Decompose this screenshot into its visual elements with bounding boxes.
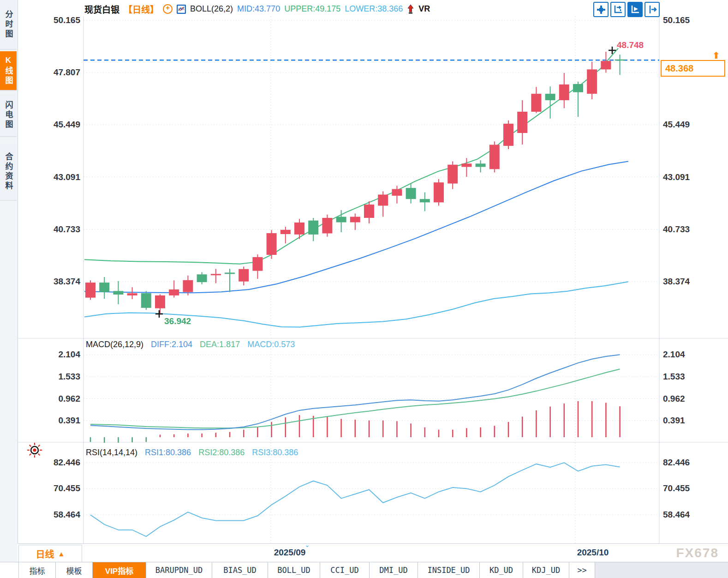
axis-label: 0.962 [663,394,685,403]
axis-label: 40.733 [54,224,80,234]
tab-cci_ud[interactable]: CCI_UD [320,562,370,578]
candle-body [169,289,179,295]
candle-body [183,280,193,292]
sidebar-item[interactable]: K线图 [0,51,17,91]
axis-label: 0.391 [58,415,80,425]
boll-bands [84,48,628,327]
indicator-name[interactable]: BOLL(26,2) [190,4,233,14]
tab-boll_ud[interactable]: BOLL_UD [268,562,320,578]
axis-label: 38.374 [663,277,690,286]
low-price-annotation: 36.942 [164,316,191,326]
tab-[interactable]: 模板 [56,562,93,578]
boll-mid-value: MID:43.770 [237,4,280,14]
pan-cross-icon [595,4,607,15]
candle-body [601,61,611,69]
tab-kd_ud[interactable]: KD_UD [480,562,523,578]
candle-body [336,217,346,223]
vr-indicator-label[interactable]: VR [418,4,430,14]
indicator-tabbar: 指标模板VIP指标BARUPDN_UDBIAS_UDBOLL_UDCCI_UDD… [0,562,728,578]
collapse-right-button[interactable] [644,2,660,17]
tab-dmi_ud[interactable]: DMI_UD [370,562,418,578]
sidebar-item[interactable]: 闪电图 [0,94,17,137]
rsi-line [90,463,620,536]
tab-kdj_ud[interactable]: KDJ_UD [523,562,569,578]
axis-label: 82.446 [663,458,690,467]
axis-label: 50.165 [54,15,81,25]
period-label[interactable]: 【日线】 [124,3,159,15]
period-selector[interactable]: 日线 ▲ [18,545,82,562]
tab-[interactable]: 指标 [19,562,56,578]
boll-mid-line [84,162,628,293]
tab-bias_ud[interactable]: BIAS_UD [212,562,268,578]
plus-circle-icon[interactable]: + [163,4,173,14]
chart-toolbar [593,2,660,17]
axis-label: 1.533 [58,372,80,381]
candle-body [99,283,109,292]
axis-label: 2.104 [663,349,685,359]
axis-label: 70.455 [663,483,690,493]
candle-body [350,217,360,223]
candle-body [587,69,597,94]
candle-body [127,293,137,295]
candle-body [113,291,123,295]
candlestick-chart[interactable]: 50.16550.16547.80747.80745.44945.44943.0… [0,0,728,578]
candle-body [155,295,165,308]
axis-label: 2.104 [58,349,80,359]
x-axis-month-label: 2025/09 [274,548,306,558]
axis-label: 82.446 [54,458,80,467]
macd-dea-value: DEA:1.817 [200,340,240,349]
candle-body [615,60,625,61]
tab-[interactable]: >> [569,562,595,578]
candle-body [489,145,500,169]
tab-inside_ud[interactable]: INSIDE_UD [418,562,480,578]
axis-play-button[interactable] [627,2,643,17]
candle-body [364,205,374,218]
chart-header: 现货白银 【日线】 + BOLL(26,2) MID:43.770 UPPER:… [84,3,430,15]
rsi1-value: RSI1:80.386 [145,448,191,458]
candle-body [280,230,291,234]
axis-range-icon [612,4,624,15]
tabbar-corner [0,562,19,578]
boll-upper-value: UPPER:49.175 [284,4,340,14]
axis-label: 47.807 [54,67,80,77]
candle-body [252,257,263,271]
candle-body [559,84,569,100]
macd-title[interactable]: MACD(26,12,9) [86,340,143,349]
macd-diff-value: DIFF:2.104 [151,340,192,349]
axis-label: 58.464 [663,510,690,519]
candle-body [267,233,277,255]
candle-body [308,221,318,235]
tab-vip[interactable]: VIP指标 [93,562,146,578]
candle-body [406,188,416,199]
rsi2-value: RSI2:80.386 [198,448,245,458]
rsi-title[interactable]: RSI(14,14,14) [86,448,137,458]
candle-body [545,94,555,100]
axis-label: 70.455 [54,483,81,493]
sidebar-item[interactable]: 分时图 [0,0,17,50]
axis-label: 38.374 [54,277,81,286]
candle-body [503,124,513,146]
pan-cross-button[interactable] [593,2,609,17]
axis-label: 0.962 [58,394,80,403]
sidebar: 分时图K线图闪电图合约资料 [0,0,18,578]
axis-label: 58.464 [54,510,81,519]
sidebar-item[interactable]: 合约资料 [0,144,17,201]
axis-play-icon [629,4,641,15]
candle-body [378,195,388,206]
axis-label: 50.165 [663,15,690,25]
candle-body [85,283,95,298]
candle-body [211,274,221,275]
x-axis-month-label: 2025/10 [577,548,609,558]
macd-header: MACD(26,12,9) DIFF:2.104 DEA:1.817 MACD:… [86,340,295,349]
candle-body [448,165,458,184]
indicator-sun-icon[interactable] [24,441,45,460]
chart-zigzag-icon [177,5,186,14]
symbol-name: 现货白银 [84,3,119,15]
tab-barupdn_ud[interactable]: BARUPDN_UD [146,562,212,578]
candle-body [517,112,527,133]
high-price-annotation: 48.748 [617,40,644,50]
candle-body [420,199,430,202]
axis-range-button[interactable] [610,2,626,17]
axis-label: 1.533 [663,372,685,381]
axis-label: 0.391 [663,415,685,425]
